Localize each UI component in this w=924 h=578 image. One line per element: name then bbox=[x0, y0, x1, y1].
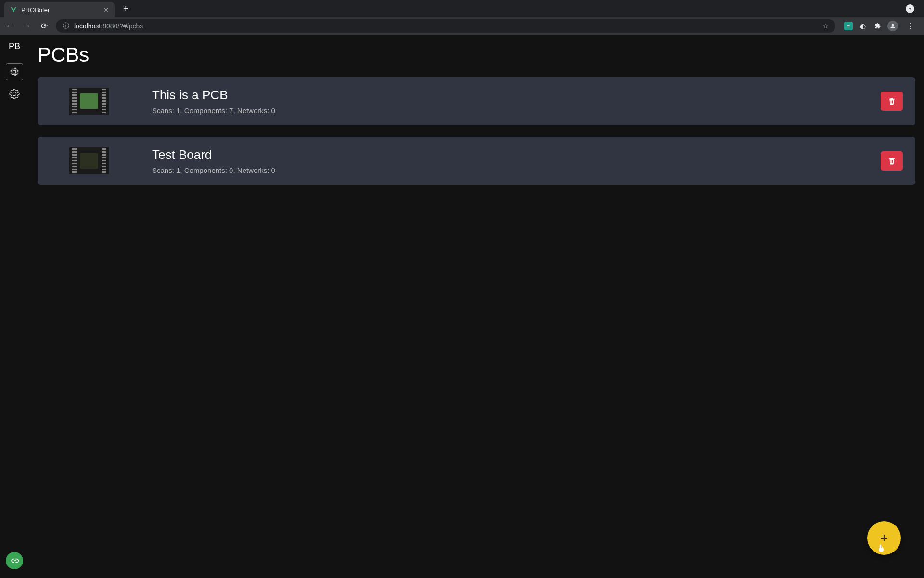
bookmark-icon[interactable]: ☆ bbox=[822, 22, 829, 30]
sidebar-item-settings[interactable] bbox=[6, 85, 23, 103]
main-content: PCBs This is a PCB Scans: 1, Components:… bbox=[29, 35, 924, 578]
browser-tab[interactable]: PROBoter ✕ bbox=[4, 2, 115, 17]
tab-bar: PROBoter ✕ + bbox=[0, 0, 924, 17]
browser-menu-icon[interactable]: ⋮ bbox=[904, 22, 917, 31]
forward-button[interactable]: → bbox=[21, 21, 33, 31]
extension-icon[interactable]: ◐ bbox=[859, 22, 867, 30]
extensions-puzzle-icon[interactable] bbox=[873, 22, 882, 30]
svg-rect-0 bbox=[12, 69, 17, 75]
pcb-thumbnail bbox=[69, 88, 109, 115]
gear-icon bbox=[9, 89, 20, 99]
reload-button[interactable]: ⟳ bbox=[38, 21, 50, 31]
plus-icon: + bbox=[880, 530, 888, 546]
pcb-card[interactable]: Test Board Scans: 1, Components: 0, Netw… bbox=[38, 137, 915, 185]
trash-icon bbox=[887, 157, 896, 165]
pcb-name: Test Board bbox=[152, 147, 881, 162]
back-button[interactable]: ← bbox=[4, 21, 15, 31]
profile-avatar-icon[interactable] bbox=[887, 21, 898, 31]
tab-title: PROBoter bbox=[21, 6, 100, 13]
app-logo[interactable]: PB bbox=[9, 41, 20, 52]
add-pcb-button[interactable]: + bbox=[867, 521, 901, 555]
pcb-card[interactable]: This is a PCB Scans: 1, Components: 7, N… bbox=[38, 77, 915, 125]
browser-chrome: PROBoter ✕ + ← → ⟳ ⓘ localhost:8080/?#/p… bbox=[0, 0, 924, 35]
delete-button[interactable] bbox=[881, 92, 903, 111]
sidebar-item-pcbs[interactable] bbox=[6, 63, 23, 80]
extension-icon[interactable]: ≡ bbox=[844, 22, 853, 30]
new-tab-button[interactable]: + bbox=[118, 4, 133, 14]
sidebar: PB bbox=[0, 35, 29, 578]
svg-rect-1 bbox=[13, 70, 16, 73]
pcb-chip-icon bbox=[80, 93, 98, 109]
pcb-thumbnail bbox=[69, 147, 109, 174]
vue-icon bbox=[10, 6, 17, 13]
link-icon bbox=[10, 556, 19, 565]
delete-button[interactable] bbox=[881, 151, 903, 171]
minimize-button[interactable] bbox=[906, 4, 914, 13]
url-bar[interactable]: ⓘ localhost:8080/?#/pcbs ☆ bbox=[56, 19, 835, 33]
pcb-info: This is a PCB Scans: 1, Components: 7, N… bbox=[152, 88, 881, 115]
url-text: localhost:8080/?#/pcbs bbox=[74, 22, 143, 30]
connection-fab[interactable] bbox=[6, 552, 23, 569]
app-root: PB bbox=[0, 35, 924, 578]
close-icon[interactable]: ✕ bbox=[103, 6, 109, 13]
chip-icon bbox=[9, 66, 20, 77]
pcb-stats: Scans: 1, Components: 0, Networks: 0 bbox=[152, 166, 881, 174]
pcb-chip-icon bbox=[80, 153, 98, 169]
extensions: ≡ ◐ ⋮ bbox=[841, 21, 920, 31]
trash-icon bbox=[887, 97, 896, 105]
site-info-icon[interactable]: ⓘ bbox=[63, 22, 69, 30]
pcb-info: Test Board Scans: 1, Components: 0, Netw… bbox=[152, 147, 881, 174]
pcb-stats: Scans: 1, Components: 7, Networks: 0 bbox=[152, 106, 881, 115]
address-bar: ← → ⟳ ⓘ localhost:8080/?#/pcbs ☆ ≡ ◐ ⋮ bbox=[0, 17, 924, 35]
pcb-name: This is a PCB bbox=[152, 88, 881, 103]
page-title: PCBs bbox=[38, 43, 915, 66]
